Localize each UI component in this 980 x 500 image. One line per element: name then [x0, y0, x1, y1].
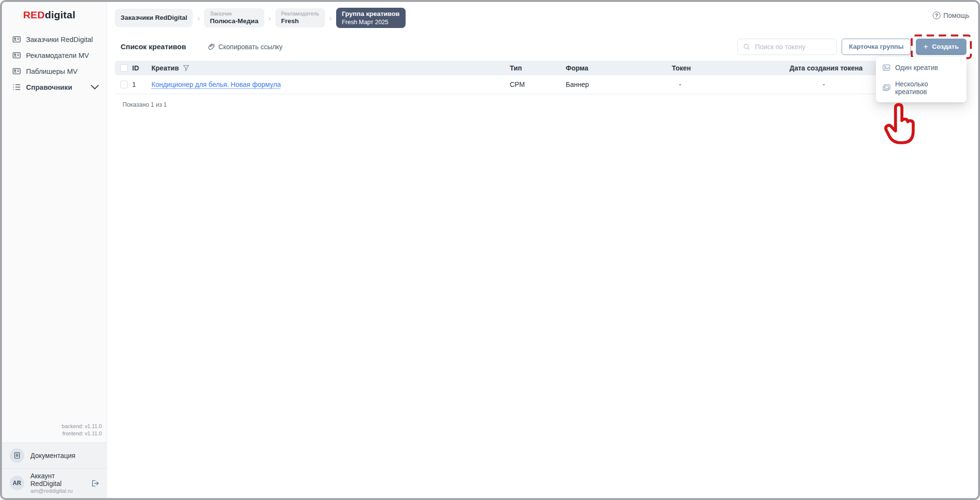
plus-icon: + — [924, 42, 928, 51]
logout-icon[interactable] — [91, 479, 99, 487]
multi-image-icon — [883, 84, 890, 92]
account-row[interactable]: AR Аккаунт RedDigital am@reddigital.ru — [2, 468, 107, 498]
sidebar-item-label: Рекламодатели MV — [26, 52, 89, 59]
id-card-icon — [13, 35, 21, 43]
search-input[interactable] — [754, 42, 831, 51]
list-icon — [13, 83, 21, 91]
breadcrumb-item-customers[interactable]: Заказчики RedDigital — [115, 9, 193, 27]
breadcrumb-value: Fresh Март 2025 — [342, 18, 400, 26]
header-id: ID — [132, 64, 151, 72]
sidebar-nav: Заказчики RedDigital Рекламодатели MV Па… — [2, 27, 107, 95]
documentation-label: Документация — [30, 452, 75, 459]
breadcrumb-value: Полюса-Медиа — [210, 17, 258, 26]
header-form: Форма — [566, 64, 672, 72]
header-creative: Креатив — [151, 64, 510, 72]
row-checkbox[interactable] — [120, 81, 128, 88]
logo-red-text: RED — [23, 9, 45, 20]
menu-item-single-creative[interactable]: Один креатив — [876, 59, 966, 76]
breadcrumb-value: Заказчики RedDigital — [121, 14, 187, 22]
sidebar-item-label: Паблишеры MV — [26, 68, 78, 75]
link-icon — [207, 43, 215, 50]
select-all-checkbox[interactable] — [120, 64, 128, 72]
cell-token: - — [672, 81, 688, 88]
avatar: AR — [10, 476, 24, 490]
creative-link[interactable]: Кондиционер для белья. Новая формула — [151, 81, 281, 88]
filter-icon[interactable] — [183, 65, 190, 71]
help-label: Помощь — [943, 12, 969, 19]
search-icon — [743, 43, 750, 50]
cell-form: Баннер — [566, 81, 672, 88]
logo-digital-text: digital — [45, 9, 75, 20]
documentation-link[interactable]: Документация — [2, 443, 107, 468]
help-button[interactable]: ? Помощь — [933, 12, 969, 19]
breadcrumb-label: Рекламодатель — [281, 10, 319, 17]
header-type: Тип — [510, 64, 566, 72]
single-image-icon — [883, 64, 890, 71]
breadcrumb-item-creative-group: Группа креативов Fresh Март 2025 — [336, 8, 406, 28]
backend-version: backend: v1.11.0 — [2, 423, 102, 430]
sidebar-item-directories[interactable]: Справочники — [2, 79, 107, 95]
breadcrumb-separator-icon: › — [197, 14, 200, 22]
sidebar-footer: backend: v1.11.0 frontend: v1.11.0 Докум… — [2, 423, 107, 498]
create-button-wrap: + Создать — [916, 39, 966, 55]
sidebar-item-label: Заказчики RedDigital — [26, 36, 93, 43]
creatives-table: ID Креатив Тип Форма Токен Дата создания… — [107, 61, 978, 108]
toolbar: Список креативов Скопировать ссылку Карт… — [107, 39, 978, 55]
create-dropdown-menu: Один креатив Несколько креативов — [876, 57, 966, 102]
group-card-button[interactable]: Карточка группы — [842, 39, 911, 55]
main-area: Заказчики RedDigital › Заказчик Полюса-М… — [107, 2, 978, 498]
cell-token-date: - — [789, 81, 858, 88]
breadcrumb: Заказчики RedDigital › Заказчик Полюса-М… — [115, 8, 406, 28]
id-card-icon — [13, 67, 21, 75]
row-checkbox-cell — [115, 81, 132, 88]
toolbar-actions: Карточка группы + Создать Один креатив — [737, 39, 966, 55]
account-info: Аккаунт RedDigital am@reddigital.ru — [30, 472, 84, 495]
breadcrumb-separator-icon: › — [329, 14, 332, 22]
breadcrumb-item-advertiser[interactable]: Рекламодатель Fresh — [275, 8, 325, 28]
sidebar-item-label: Справочники — [26, 83, 72, 91]
copy-link-label: Скопировать ссылку — [218, 43, 283, 51]
token-search[interactable] — [737, 39, 837, 55]
menu-item-label: Несколько креативов — [895, 80, 960, 96]
breadcrumb-item-customer[interactable]: Заказчик Полюса-Медиа — [204, 8, 264, 28]
table-footer-count: Показано 1 из 1 — [115, 101, 966, 108]
sidebar-item-customers[interactable]: Заказчики RedDigital — [2, 31, 107, 47]
document-icon — [10, 448, 24, 463]
frontend-version: frontend: v1.11.0 — [2, 430, 102, 437]
chevron-down-icon — [91, 83, 99, 91]
table-row: 1 Кондиционер для белья. Новая формула C… — [115, 75, 966, 94]
app-logo: REDdigital — [2, 2, 107, 27]
cell-type: CPM — [510, 81, 566, 88]
copy-link-button[interactable]: Скопировать ссылку — [207, 43, 283, 51]
account-email: am@reddigital.ru — [30, 488, 84, 495]
breadcrumb-value: Fresh — [281, 17, 319, 26]
cell-id: 1 — [132, 81, 151, 88]
question-circle-icon: ? — [933, 12, 940, 19]
sidebar-item-publishers[interactable]: Паблишеры MV — [2, 63, 107, 79]
header-creative-label: Креатив — [151, 64, 179, 72]
create-button[interactable]: + Создать — [916, 39, 966, 55]
app-window: REDdigital Заказчики RedDigital Рекламод… — [0, 0, 980, 500]
sidebar-item-advertisers[interactable]: Рекламодатели MV — [2, 47, 107, 63]
table-header-row: ID Креатив Тип Форма Токен Дата создания… — [115, 61, 966, 75]
breadcrumb-separator-icon: › — [269, 14, 271, 22]
header-checkbox-cell — [115, 64, 132, 72]
menu-item-multiple-creatives[interactable]: Несколько креативов — [876, 76, 966, 100]
header-token: Токен — [672, 64, 789, 72]
sidebar: REDdigital Заказчики RedDigital Рекламод… — [2, 2, 107, 498]
breadcrumb-label: Группа креативов — [342, 10, 400, 18]
topbar: Заказчики RedDigital › Заказчик Полюса-М… — [107, 2, 978, 28]
create-button-label: Создать — [932, 43, 959, 50]
account-name: Аккаунт RedDigital — [30, 472, 84, 488]
page-title: Список креативов — [121, 42, 186, 51]
menu-item-label: Один креатив — [895, 64, 938, 71]
id-card-icon — [13, 51, 21, 59]
breadcrumb-label: Заказчик — [210, 10, 258, 17]
version-info: backend: v1.11.0 frontend: v1.11.0 — [2, 423, 107, 443]
